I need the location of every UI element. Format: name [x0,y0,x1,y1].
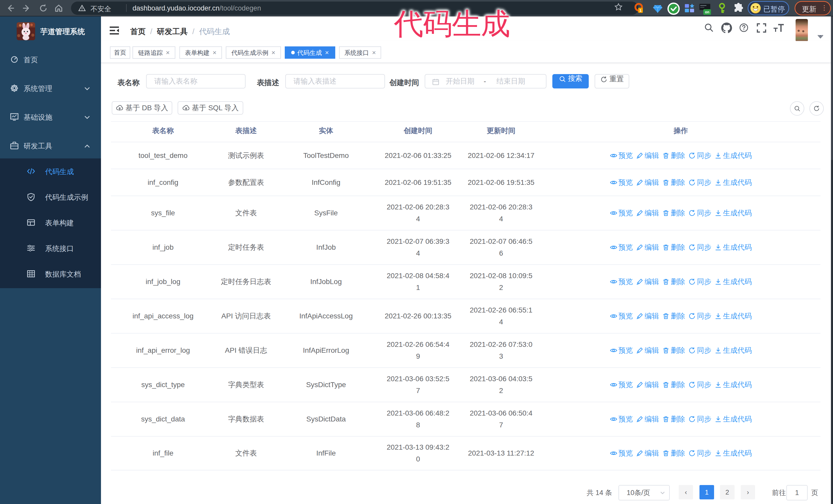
svg-text:1: 1 [640,8,642,13]
svg-text:on: on [705,10,709,14]
